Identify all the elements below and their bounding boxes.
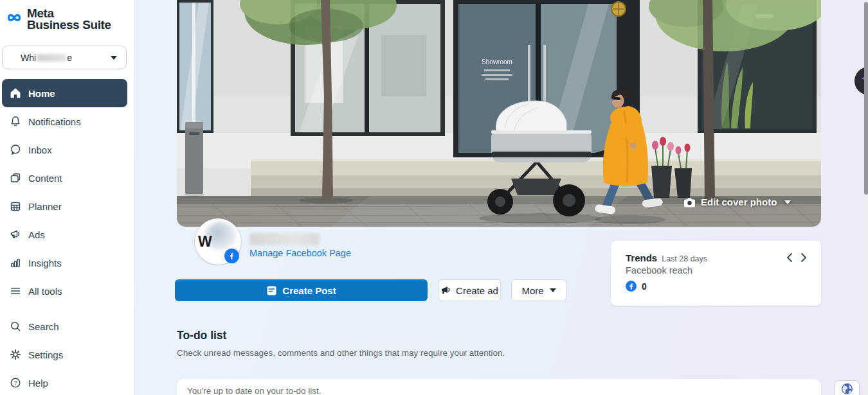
edit-cover-photo-button[interactable]: Edit cover photo bbox=[683, 197, 791, 207]
svg-text:Showroom: Showroom bbox=[482, 58, 512, 66]
sidebar-item-home[interactable]: Home bbox=[2, 79, 127, 107]
content-stack-icon bbox=[9, 171, 22, 184]
sidebar-item-label: All tools bbox=[28, 286, 62, 297]
sidebar-item-label: Insights bbox=[28, 258, 62, 268]
sidebar-item-label: Search bbox=[28, 321, 59, 332]
sidebar-item-inbox[interactable]: Inbox bbox=[2, 136, 127, 164]
business-selector-dropdown[interactable]: Whi e bbox=[2, 46, 127, 69]
sidebar-item-all-tools[interactable]: All tools bbox=[2, 277, 127, 305]
sidebar-item-label: Help bbox=[28, 378, 48, 389]
chevron-down-icon bbox=[784, 200, 791, 204]
facebook-icon bbox=[626, 281, 637, 292]
calendar-icon bbox=[9, 200, 22, 213]
business-name-prefix: Whi bbox=[21, 53, 36, 63]
megaphone-icon bbox=[9, 228, 22, 241]
search-icon bbox=[9, 320, 22, 333]
sidebar-item-label: Planner bbox=[28, 201, 62, 212]
sidebar: Meta Business Suite Whi e Home Notifi bbox=[0, 0, 134, 395]
sidebar-item-ads[interactable]: Ads bbox=[2, 220, 127, 249]
megaphone-icon bbox=[440, 285, 451, 295]
cover-photo-illustration: Showroom bbox=[177, 0, 821, 227]
chevron-left-icon bbox=[786, 252, 793, 263]
nav-spacer bbox=[0, 305, 134, 312]
trends-title: Trends bbox=[626, 252, 657, 263]
bell-icon bbox=[9, 115, 22, 128]
home-icon bbox=[9, 87, 22, 100]
post-icon bbox=[266, 285, 277, 296]
page-name-blurred bbox=[249, 233, 320, 245]
todo-empty-message: You're up to date on your to-do list. bbox=[187, 386, 321, 395]
todo-list-subtitle: Check unread messages, comments and othe… bbox=[177, 348, 505, 358]
sidebar-item-notifications[interactable]: Notifications bbox=[2, 107, 127, 136]
sidebar-item-insights[interactable]: Insights bbox=[2, 249, 127, 277]
gear-icon bbox=[9, 348, 22, 361]
todo-list-title: To-do list bbox=[177, 329, 226, 342]
sidebar-item-content[interactable]: Content bbox=[2, 164, 127, 192]
globe-icon bbox=[841, 383, 853, 395]
sidebar-item-help[interactable]: ? Help bbox=[2, 369, 127, 395]
chevron-down-icon bbox=[550, 288, 556, 292]
business-name-blurred bbox=[37, 54, 66, 62]
meta-logo-icon bbox=[6, 12, 24, 24]
chevron-right-icon bbox=[800, 252, 807, 263]
create-post-label: Create Post bbox=[282, 285, 336, 296]
sidebar-item-label: Content bbox=[28, 173, 62, 184]
sidebar-item-label: Inbox bbox=[28, 145, 52, 155]
page-avatar[interactable]: W bbox=[195, 218, 241, 265]
brand-line2: Business Suite bbox=[27, 19, 111, 31]
chat-bubble-icon bbox=[9, 143, 22, 156]
brand: Meta Business Suite bbox=[6, 8, 111, 31]
chevron-down-icon bbox=[111, 56, 117, 60]
globe-button[interactable] bbox=[835, 380, 860, 395]
sidebar-item-label: Settings bbox=[28, 349, 63, 360]
bar-chart-icon bbox=[9, 256, 22, 269]
sidebar-item-settings[interactable]: Settings bbox=[2, 340, 127, 369]
sidebar-item-label: Notifications bbox=[28, 116, 81, 127]
manage-facebook-page-link[interactable]: Manage Facebook Page bbox=[249, 248, 351, 258]
create-post-button[interactable]: Create Post bbox=[175, 279, 428, 301]
more-label: More bbox=[521, 285, 543, 296]
scrollbar-thumb[interactable] bbox=[864, 2, 868, 195]
business-name-suffix: e bbox=[67, 53, 72, 63]
help-icon: ? bbox=[9, 376, 22, 389]
business-name: Whi e bbox=[21, 53, 72, 63]
create-ad-label: Create ad bbox=[456, 285, 498, 296]
svg-text:?: ? bbox=[14, 379, 17, 386]
menu-lines-icon bbox=[9, 285, 22, 297]
avatar-letter: W bbox=[198, 233, 212, 250]
todo-list-card: You're up to date on your to-do list. bbox=[177, 379, 821, 395]
sidebar-item-planner[interactable]: Planner bbox=[2, 192, 127, 220]
trends-period: Last 28 days bbox=[662, 254, 707, 263]
scrollbar[interactable] bbox=[864, 0, 868, 395]
trends-prev-button[interactable] bbox=[786, 252, 793, 263]
create-ad-button[interactable]: Create ad bbox=[438, 279, 501, 301]
cover-photo: Showroom bbox=[177, 0, 821, 227]
trends-facebook-value: 0 bbox=[642, 281, 647, 292]
sidebar-item-label: Ads bbox=[28, 229, 45, 240]
more-button[interactable]: More bbox=[511, 279, 566, 301]
facebook-badge-icon bbox=[224, 249, 239, 263]
edit-cover-photo-label: Edit cover photo bbox=[701, 197, 777, 207]
trends-next-button[interactable] bbox=[800, 252, 807, 263]
trends-metric: Facebook reach bbox=[626, 265, 808, 276]
sidebar-item-label: Home bbox=[28, 88, 55, 99]
trends-card: Trends Last 28 days Facebook reach 0 bbox=[611, 241, 821, 306]
sidebar-item-search[interactable]: Search bbox=[2, 312, 127, 340]
brand-text: Meta Business Suite bbox=[27, 8, 111, 31]
sidebar-nav: Home Notifications Inbox bbox=[0, 79, 134, 395]
camera-icon bbox=[683, 197, 696, 207]
